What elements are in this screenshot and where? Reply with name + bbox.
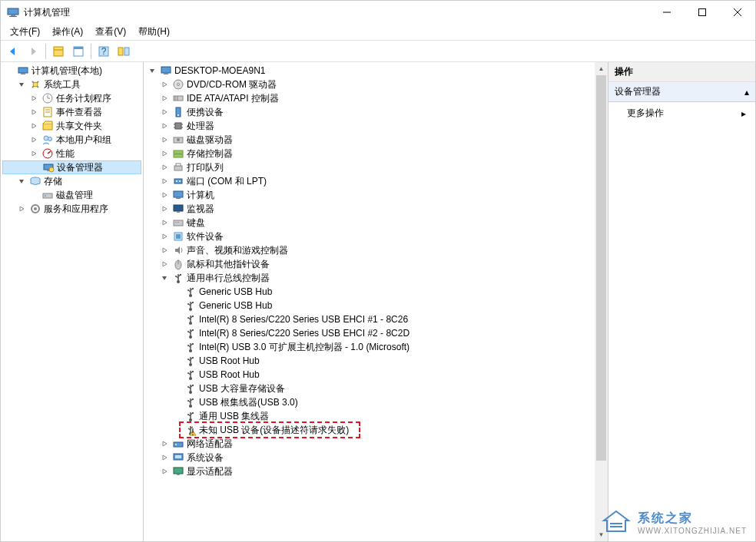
menu-action[interactable]: 操作(A): [46, 24, 89, 40]
expander-icon[interactable]: [159, 162, 170, 173]
expander-icon[interactable]: [159, 273, 170, 283]
expander-icon[interactable]: [28, 107, 39, 117]
device-tree-item[interactable]: 声音、视频和游戏控制器: [145, 243, 606, 257]
expander-icon[interactable]: [159, 134, 170, 145]
expander-icon[interactable]: [159, 107, 170, 117]
left-tree-label: 系统工具: [44, 78, 81, 91]
expander-icon[interactable]: [28, 121, 39, 131]
device-tree-item[interactable]: 系统设备: [145, 451, 606, 464]
expander-icon[interactable]: [16, 203, 27, 214]
device-tree-item[interactable]: 处理器: [145, 119, 606, 133]
device-tree-item[interactable]: Intel(R) 8 Series/C220 Series USB EHCI #…: [145, 312, 606, 326]
close-button[interactable]: [720, 1, 755, 24]
expander-icon[interactable]: [16, 79, 27, 90]
device-tree-label: 系统设备: [187, 451, 224, 464]
left-tree-item[interactable]: 任务计划程序: [2, 91, 141, 105]
device-tree-item[interactable]: DESKTOP-MOEA9N1: [145, 64, 606, 78]
expander-icon[interactable]: [28, 148, 39, 159]
toolbar-extra-button[interactable]: [114, 42, 133, 61]
device-tree-item[interactable]: 显示适配器: [145, 464, 606, 478]
left-tree-item[interactable]: 系统工具: [2, 78, 141, 91]
expander-icon[interactable]: [159, 466, 170, 477]
device-tree-label: 通用 USB 集线器: [199, 410, 269, 423]
device-tree-item[interactable]: IDE ATA/ATAPI 控制器: [145, 91, 606, 105]
minimize-button[interactable]: [649, 1, 685, 24]
device-tree[interactable]: DESKTOP-MOEA9N1DVD/CD-ROM 驱动器IDE ATA/ATA…: [145, 64, 606, 478]
left-tree-item[interactable]: 性能: [2, 147, 141, 160]
left-tree-item[interactable]: 存储: [2, 174, 141, 188]
actions-section[interactable]: 设备管理器 ▴: [608, 82, 755, 102]
left-tree-item[interactable]: 设备管理器: [2, 160, 141, 174]
device-tree-item[interactable]: 便携设备: [145, 105, 606, 119]
expander-icon[interactable]: [159, 121, 170, 131]
expander-icon[interactable]: [159, 93, 170, 104]
left-tree-item[interactable]: 本地用户和组: [2, 133, 141, 147]
left-tree[interactable]: 计算机管理(本地)系统工具任务计划程序事件查看器共享文件夹本地用户和组性能设备管…: [2, 64, 141, 216]
device-tree-item[interactable]: 鼠标和其他指针设备: [145, 257, 606, 271]
toolbar-help-button[interactable]: ?: [94, 42, 113, 61]
menu-view[interactable]: 查看(V): [89, 24, 132, 40]
scroll-thumb[interactable]: [596, 75, 606, 461]
expander-icon[interactable]: [159, 148, 170, 159]
expander-icon[interactable]: [159, 245, 170, 256]
device-tree-item[interactable]: Generic USB Hub: [145, 299, 606, 312]
device-tree-item[interactable]: USB 根集线器(USB 3.0): [145, 395, 606, 409]
device-tree-item[interactable]: 打印队列: [145, 160, 606, 174]
device-tree-item[interactable]: 键盘: [145, 216, 606, 230]
toolbar-showhide-button[interactable]: [49, 42, 68, 61]
expander-icon[interactable]: [159, 231, 170, 242]
device-tree-item[interactable]: DVD/CD-ROM 驱动器: [145, 78, 606, 91]
menu-help[interactable]: 帮助(H): [132, 24, 176, 40]
left-tree-item[interactable]: 服务和应用程序: [2, 202, 141, 216]
expander-icon[interactable]: [28, 134, 39, 145]
maximize-button[interactable]: [685, 1, 720, 24]
device-tree-item[interactable]: 软件设备: [145, 230, 606, 243]
svg-rect-95: [192, 343, 194, 345]
device-tree-label: 处理器: [187, 120, 214, 133]
device-tree-item[interactable]: Generic USB Hub: [145, 285, 606, 299]
toolbar-properties-button[interactable]: [69, 42, 88, 61]
expander-icon[interactable]: [159, 190, 170, 200]
scroll-down-button[interactable]: ▼: [595, 528, 608, 541]
expander-icon[interactable]: [159, 176, 170, 187]
device-tree-item[interactable]: 网络适配器: [145, 437, 606, 451]
device-tree-item[interactable]: USB 大容量存储设备: [145, 382, 606, 395]
left-tree-item[interactable]: 计算机管理(本地): [2, 64, 141, 78]
titlebar: 计算机管理: [1, 1, 755, 24]
device-tree-item[interactable]: 通用 USB 集线器: [145, 409, 606, 423]
left-tree-item[interactable]: 共享文件夹: [2, 119, 141, 133]
device-tree-item[interactable]: 端口 (COM 和 LPT): [145, 174, 606, 188]
expander-icon[interactable]: [16, 176, 27, 187]
more-actions-item[interactable]: 更多操作 ▸: [608, 102, 755, 124]
nav-forward-button[interactable]: [24, 42, 42, 61]
nav-back-button[interactable]: [4, 42, 22, 61]
device-tree-item[interactable]: USB Root Hub: [145, 354, 606, 368]
expander-icon[interactable]: [159, 79, 170, 90]
device-tree-item[interactable]: 存储控制器: [145, 147, 606, 160]
device-tree-label: Generic USB Hub: [199, 300, 272, 311]
expander-icon[interactable]: [159, 259, 170, 269]
usb-warn-icon: !: [184, 424, 197, 436]
menu-file[interactable]: 文件(F): [4, 24, 46, 40]
device-tree-item[interactable]: Intel(R) USB 3.0 可扩展主机控制器 - 1.0 (Microso…: [145, 340, 606, 354]
vertical-scrollbar[interactable]: ▲ ▼: [595, 62, 608, 541]
device-tree-item[interactable]: 监视器: [145, 202, 606, 216]
device-tree-item[interactable]: 通用串行总线控制器: [145, 271, 606, 285]
device-tree-item[interactable]: Intel(R) 8 Series/C220 Series USB EHCI #…: [145, 326, 606, 340]
expander-icon[interactable]: [159, 452, 170, 463]
left-tree-item[interactable]: 事件查看器: [2, 105, 141, 119]
expander-icon[interactable]: [147, 65, 158, 76]
device-tree-item[interactable]: USB Root Hub: [145, 368, 606, 382]
device-tree-item[interactable]: 磁盘驱动器: [145, 133, 606, 147]
expander-icon[interactable]: [159, 438, 170, 449]
expander-icon[interactable]: [159, 217, 170, 228]
left-tree-item[interactable]: 磁盘管理: [2, 188, 141, 202]
device-tree-item[interactable]: !未知 USB 设备(设备描述符请求失败): [145, 423, 606, 437]
device-tree-item[interactable]: 计算机: [145, 188, 606, 202]
expander-icon[interactable]: [159, 203, 170, 214]
expander-icon[interactable]: [28, 93, 39, 104]
scroll-up-button[interactable]: ▲: [595, 62, 608, 75]
left-tree-label: 存储: [44, 175, 62, 188]
dvd-icon: [172, 78, 184, 91]
svg-point-58: [176, 180, 177, 182]
